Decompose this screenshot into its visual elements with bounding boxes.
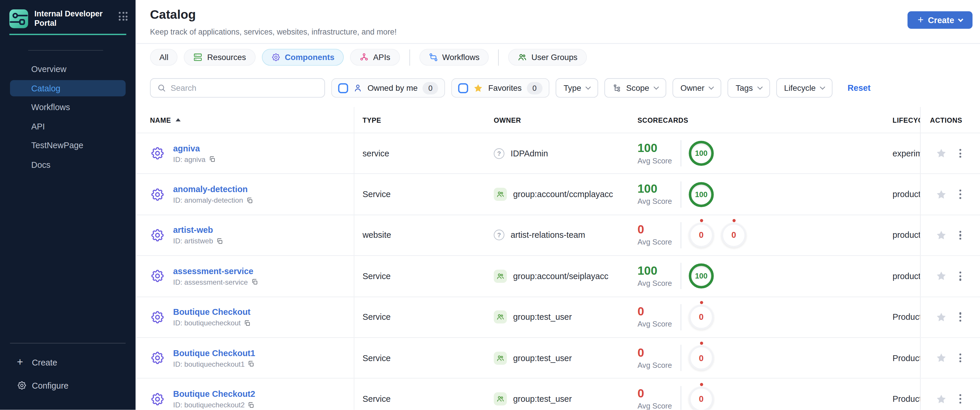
kebab-menu-icon[interactable] (958, 351, 963, 364)
type-cell: Service (354, 338, 493, 378)
copy-icon[interactable] (208, 156, 216, 163)
favorite-star-icon[interactable] (935, 393, 947, 404)
favorites-checkbox[interactable] (458, 83, 468, 93)
scorecard-circle[interactable]: 0 (689, 346, 713, 370)
tab-workflows[interactable]: Workflows (419, 49, 489, 66)
tags-dropdown[interactable]: Tags (727, 78, 770, 97)
kebab-menu-icon[interactable] (958, 270, 963, 282)
scope-dropdown[interactable]: Scope (605, 78, 666, 97)
scorecard-circle[interactable]: 100 (689, 263, 713, 289)
scorecard-circle[interactable]: 100 (689, 141, 713, 166)
scorecard-circle[interactable]: 100 (689, 182, 713, 207)
favorite-star-icon[interactable] (935, 311, 947, 322)
entity-name-link[interactable]: anomaly-detection (173, 185, 253, 194)
copy-icon[interactable] (248, 402, 255, 408)
table-row[interactable]: agniva ID: agniva service ? IDPAdmin 100 (136, 132, 980, 174)
entity-name-link[interactable]: Boutique Checkout1 (173, 348, 255, 357)
scorecards-cell: 0 Avg Score 00 (631, 215, 892, 255)
score-circles: 00 (689, 223, 746, 248)
page-header: Catalog Keep track of applications, serv… (136, 0, 980, 36)
owner-dropdown[interactable]: Owner (672, 78, 721, 97)
column-header-lifecycle[interactable]: LIFECYCLE (892, 107, 920, 132)
table-row[interactable]: Boutique Checkout2 ID: boutiquecheckout2… (136, 378, 980, 410)
type-dropdown[interactable]: Type (555, 78, 598, 97)
sidebar-item-docs[interactable]: Docs (10, 156, 126, 173)
owner-icon: ? (494, 188, 513, 201)
avg-score: 100 Avg Score (638, 181, 681, 207)
lifecycle-cell: production (892, 215, 920, 255)
scorecard-circle[interactable]: 0 (689, 386, 713, 410)
create-button[interactable]: + Create (907, 11, 972, 29)
copy-icon[interactable] (246, 197, 253, 204)
sidebar-item-catalog[interactable]: Catalog (10, 80, 126, 96)
favorite-star-icon[interactable] (935, 188, 947, 200)
table-row[interactable]: artist-web ID: artistweb website ? artis… (136, 214, 980, 255)
column-header-name[interactable]: NAME (136, 107, 355, 132)
app-switcher-icon[interactable] (119, 12, 128, 21)
sidebar-create-button[interactable]: + Create (0, 355, 136, 370)
entity-name-link[interactable]: agniva (173, 144, 216, 153)
table-row[interactable]: anomaly-detection ID: anomaly-detection … (136, 174, 980, 215)
name-cell: Boutique Checkout2 ID: boutiquecheckout2 (136, 379, 355, 410)
copy-icon[interactable] (248, 361, 255, 367)
favorite-star-icon[interactable] (935, 230, 947, 241)
actions-cell (920, 174, 980, 215)
search-box[interactable] (150, 78, 325, 97)
scorecard-circle[interactable]: 0 (721, 223, 746, 248)
scorecard-circle[interactable]: 0 (689, 223, 713, 248)
copy-icon[interactable] (251, 279, 258, 286)
tab-resources[interactable]: Resources (184, 49, 255, 66)
favorite-star-icon[interactable] (935, 271, 947, 282)
sidebar-configure-button[interactable]: Configure (0, 378, 136, 393)
favorite-star-icon[interactable] (935, 352, 947, 364)
copy-icon[interactable] (216, 238, 223, 245)
scorecards-cell: 100 Avg Score 100 (631, 174, 892, 215)
copy-icon[interactable] (244, 319, 251, 327)
page-subtitle: Keep track of applications, services, we… (150, 27, 980, 36)
avg-score: 0 Avg Score (638, 222, 681, 248)
search-input[interactable] (170, 83, 318, 93)
sidebar-item-workflows[interactable]: Workflows (10, 99, 126, 116)
kebab-menu-icon[interactable] (958, 229, 963, 242)
table-row[interactable]: Boutique Checkout ID: boutiquecheckout S… (136, 297, 980, 337)
name-cell: Boutique Checkout ID: boutiquecheckout (136, 297, 355, 337)
owned-by-me-checkbox[interactable] (338, 83, 348, 93)
components-icon (271, 53, 280, 62)
reset-filters-link[interactable]: Reset (848, 83, 870, 93)
kebab-menu-icon[interactable] (958, 188, 963, 201)
sidebar-divider (28, 50, 103, 51)
search-icon (157, 83, 166, 93)
column-header-type[interactable]: TYPE (354, 107, 493, 132)
kebab-menu-icon[interactable] (958, 392, 963, 405)
tab-apis[interactable]: APIs (350, 49, 400, 66)
tab-components[interactable]: Components (261, 49, 344, 66)
kebab-menu-icon[interactable] (958, 147, 963, 160)
score-circles: 0 (689, 386, 713, 410)
lifecycle-dropdown[interactable]: Lifecycle (776, 78, 832, 97)
column-header-owner[interactable]: OWNER (494, 107, 631, 132)
entity-name-link[interactable]: assessment-service (173, 266, 258, 276)
sidebar-item-api[interactable]: API (10, 118, 126, 135)
table-row[interactable]: Boutique Checkout1 ID: boutiquecheckout1… (136, 337, 980, 378)
favorites-filter[interactable]: Favorites 0 (451, 78, 549, 97)
favorite-star-icon[interactable] (935, 148, 947, 159)
scorecard-circle[interactable]: 0 (689, 305, 713, 329)
entity-name-link[interactable]: artist-web (173, 225, 223, 235)
owner-icon: ? (494, 310, 513, 324)
avg-score-label: Avg Score (638, 197, 681, 206)
entity-name-link[interactable]: Boutique Checkout (173, 308, 251, 317)
sidebar-item-overview[interactable]: Overview (10, 61, 126, 77)
owned-by-me-filter[interactable]: Owned by me 0 (331, 78, 445, 97)
kebab-menu-icon[interactable] (958, 311, 963, 324)
tab-user-groups[interactable]: User Groups (508, 49, 587, 66)
avg-score-label: Avg Score (638, 361, 681, 370)
sort-ascending-icon (175, 118, 180, 121)
table-row[interactable]: assessment-service ID: assessment-servic… (136, 255, 980, 297)
score-circles: 100 (689, 263, 713, 289)
name-cell: anomaly-detection ID: anomaly-detection (136, 174, 355, 215)
entity-name-link[interactable]: Boutique Checkout2 (173, 389, 255, 399)
sidebar-item-testnewpage[interactable]: TestNewPage (10, 137, 126, 154)
tab-all[interactable]: All (150, 49, 178, 66)
column-header-scorecards[interactable]: SCORECARDS (631, 107, 892, 132)
tab-divider (409, 49, 410, 65)
